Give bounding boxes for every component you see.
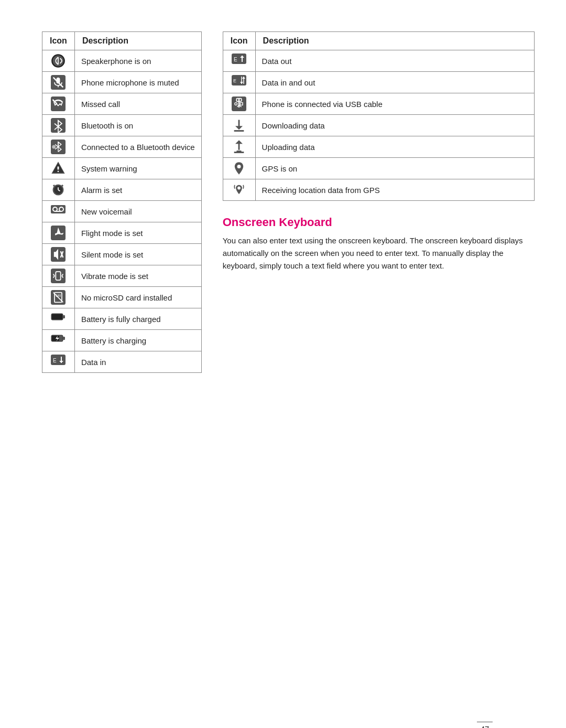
svg-point-79 [237, 165, 241, 168]
icon-silent-mode [42, 244, 75, 265]
table-row: Flight mode is set [42, 222, 202, 244]
icon-vibrate-mode [42, 265, 75, 287]
icon-battery-full [42, 308, 75, 330]
table-row: Phone is connected via USB cable [223, 93, 534, 115]
table-row: Battery is fully charged [42, 308, 202, 330]
table-row: Alarm is set [42, 179, 202, 201]
right-section: Icon Description EData outEData in and o… [223, 31, 535, 272]
onscreen-keyboard-body: You can also enter text using the onscre… [223, 234, 535, 272]
table-row: New voicemail [42, 201, 202, 222]
table-row: Downloading data [223, 115, 534, 136]
icon-gps-receiving [223, 179, 255, 201]
svg-text:E: E [233, 78, 236, 83]
svg-rect-46 [63, 315, 65, 318]
desc-no-sd-card: No microSD card installed [74, 287, 201, 308]
svg-text:E: E [234, 57, 237, 62]
desc-data-in: Data in [74, 351, 201, 373]
icon-data-in-out: E [223, 72, 255, 93]
desc-bluetooth-on: Bluetooth is on [74, 115, 201, 136]
table-row: GPS is on [223, 158, 534, 179]
svg-rect-47 [52, 314, 62, 319]
desc-data-in-out: Data in and out [255, 72, 534, 93]
right-table-desc-header: Description [255, 32, 534, 50]
svg-point-20 [58, 170, 59, 172]
svg-point-16 [52, 145, 56, 149]
svg-marker-76 [235, 140, 243, 144]
icon-speakerphone [42, 50, 75, 72]
desc-mic-mute: Phone microphone is muted [74, 72, 201, 93]
page-number: 47 [477, 722, 493, 728]
table-row: Connected to a Bluetooth device [42, 136, 202, 158]
desc-flight-mode: Flight mode is set [74, 222, 201, 244]
table-row: EData out [223, 50, 534, 72]
icon-mic-mute [42, 72, 75, 93]
desc-speakerphone: Speakerphone is on [74, 50, 201, 72]
onscreen-keyboard-heading: Onscreen Keyboard [223, 216, 535, 229]
desc-gps-on: GPS is on [255, 158, 534, 179]
icon-voicemail [42, 201, 75, 222]
table-row: Battery is charging [42, 330, 202, 351]
desc-data-out: Data out [255, 50, 534, 72]
left-icon-table: Icon Description Speakerphone is onPhone… [42, 31, 202, 373]
table-row: EData in [42, 351, 202, 373]
desc-battery-full: Battery is fully charged [74, 308, 201, 330]
left-table-icon-header: Icon [42, 32, 75, 50]
icon-data-in: E [42, 351, 75, 373]
desc-voicemail: New voicemail [74, 201, 201, 222]
table-row: EData in and out [223, 72, 534, 93]
desc-alarm: Alarm is set [74, 179, 201, 201]
icon-flight-mode [42, 222, 75, 244]
svg-rect-49 [63, 337, 65, 340]
icon-gps-on [223, 158, 255, 179]
desc-usb-connected: Phone is connected via USB cable [255, 93, 534, 115]
right-table-icon-header: Icon [223, 32, 255, 50]
icon-alarm [42, 179, 75, 201]
table-row: Vibrate mode is set [42, 265, 202, 287]
icon-no-sd-card [42, 287, 75, 308]
desc-uploading: Uploading data [255, 136, 534, 158]
table-row: Missed call [42, 93, 202, 115]
desc-battery-charging: Battery is charging [74, 330, 201, 351]
table-row: Receiving location data from GPS [223, 179, 534, 201]
desc-vibrate-mode: Vibrate mode is set [74, 265, 201, 287]
desc-system-warning: System warning [74, 158, 201, 179]
desc-bluetooth-device: Connected to a Bluetooth device [74, 136, 201, 158]
left-table-desc-header: Description [74, 32, 201, 50]
table-row: Uploading data [223, 136, 534, 158]
svg-marker-73 [235, 126, 243, 130]
icon-battery-charging [42, 330, 75, 351]
table-row: Phone microphone is muted [42, 72, 202, 93]
icon-missed-call [42, 93, 75, 115]
svg-point-80 [237, 187, 241, 190]
icon-uploading [223, 136, 255, 158]
icon-downloading [223, 115, 255, 136]
onscreen-keyboard-section: Onscreen Keyboard You can also enter tex… [223, 216, 535, 272]
table-row: System warning [42, 158, 202, 179]
icon-usb-connected [223, 93, 255, 115]
desc-downloading: Downloading data [255, 115, 534, 136]
table-row: Bluetooth is on [42, 115, 202, 136]
svg-text:E: E [53, 358, 57, 363]
table-row: Speakerphone is on [42, 50, 202, 72]
icon-bluetooth-on [42, 115, 75, 136]
svg-rect-6 [51, 97, 66, 111]
desc-gps-receiving: Receiving location data from GPS [255, 179, 534, 201]
table-row: Silent mode is set [42, 244, 202, 265]
icon-system-warning [42, 158, 75, 179]
icon-bluetooth-device [42, 136, 75, 158]
icon-data-out: E [223, 50, 255, 72]
right-icon-table: Icon Description EData outEData in and o… [223, 31, 535, 201]
main-content: Icon Description Speakerphone is onPhone… [42, 31, 535, 373]
desc-missed-call: Missed call [74, 93, 201, 115]
table-row: No microSD card installed [42, 287, 202, 308]
svg-rect-33 [51, 269, 66, 283]
desc-silent-mode: Silent mode is set [74, 244, 201, 265]
